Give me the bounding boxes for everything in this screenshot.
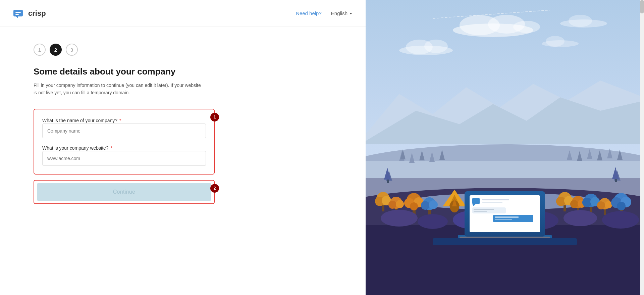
svg-rect-106 [495, 216, 519, 218]
main-content: 1 2 3 Some details about your company Fi… [0, 27, 366, 295]
language-label: English [331, 10, 347, 16]
step-2-circle: 2 [50, 44, 62, 56]
svg-rect-43 [387, 180, 389, 183]
svg-point-70 [570, 200, 578, 208]
annotation-badge-2: 2 [210, 184, 219, 193]
need-help-link[interactable]: Need help? [296, 10, 322, 16]
page-description: Fill in your company information to cont… [34, 82, 201, 97]
logo-text: crisp [28, 9, 46, 18]
company-name-label: What is the name of your company? * [42, 118, 121, 123]
svg-rect-3 [15, 14, 19, 15]
required-asterisk-2: * [109, 145, 112, 151]
step-1-circle: 1 [34, 44, 46, 56]
svg-rect-102 [472, 207, 506, 213]
continue-button[interactable]: Continue [37, 183, 211, 201]
svg-rect-100 [482, 199, 509, 200]
company-name-input[interactable] [42, 124, 206, 138]
required-asterisk-1: * [118, 118, 121, 123]
svg-point-15 [546, 36, 565, 47]
chevron-down-icon [350, 13, 352, 14]
annotation-badge-1: 1 [210, 113, 219, 121]
svg-point-66 [556, 197, 566, 206]
svg-rect-0 [13, 10, 23, 16]
svg-point-89 [381, 210, 418, 227]
form-section: What is the name of your company? * What… [34, 109, 215, 180]
svg-rect-104 [474, 211, 487, 212]
svg-rect-105 [493, 215, 533, 222]
step-3-circle: 3 [66, 44, 78, 56]
company-website-label: What is your company website? * [42, 145, 112, 151]
svg-point-11 [424, 40, 448, 53]
svg-point-93 [564, 210, 597, 226]
svg-point-63 [429, 200, 438, 209]
scrollbar-thumb[interactable] [640, 0, 644, 13]
scrollbar[interactable] [640, 0, 644, 295]
svg-rect-101 [482, 202, 502, 203]
svg-point-13 [569, 15, 592, 27]
svg-point-59 [410, 202, 418, 210]
svg-rect-46 [615, 179, 617, 182]
svg-rect-107 [495, 219, 512, 220]
header-right: Need help? English [296, 10, 352, 16]
svg-marker-1 [15, 16, 18, 18]
steps-indicator: 1 2 3 [34, 44, 332, 56]
continue-card: Continue [34, 180, 215, 204]
right-panel [366, 0, 644, 295]
svg-rect-97 [470, 195, 540, 232]
svg-point-8 [513, 21, 540, 33]
svg-point-90 [418, 214, 448, 229]
left-panel: crisp Need help? English 1 2 3 Some deta… [0, 0, 366, 295]
svg-point-94 [602, 211, 639, 229]
svg-point-54 [396, 200, 404, 208]
company-website-field-group: What is your company website? * [42, 145, 206, 166]
header: crisp Need help? English [0, 0, 366, 27]
company-info-card: What is the name of your company? * What… [34, 109, 215, 175]
svg-point-78 [597, 201, 605, 209]
page-title: Some details about your company [34, 66, 332, 77]
svg-point-74 [582, 198, 592, 207]
svg-point-53 [388, 201, 396, 209]
svg-point-62 [421, 201, 430, 210]
svg-rect-110 [433, 238, 577, 245]
illustration [366, 0, 644, 295]
svg-point-84 [617, 202, 626, 210]
company-website-input[interactable] [42, 151, 206, 166]
continue-section: Continue 2 [34, 180, 215, 204]
company-name-field-group: What is the name of your company? * [42, 117, 206, 138]
crisp-logo-icon [13, 8, 25, 18]
language-selector[interactable]: English [331, 10, 352, 16]
svg-rect-2 [15, 12, 21, 13]
svg-rect-103 [474, 209, 494, 210]
logo-area: crisp [13, 8, 46, 18]
svg-rect-98 [472, 198, 480, 204]
svg-point-79 [605, 201, 612, 208]
